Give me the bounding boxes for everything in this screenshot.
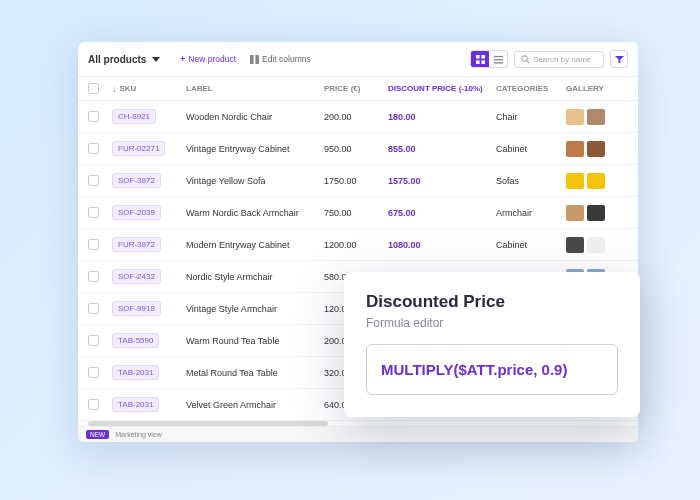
sku-badge[interactable]: TAB-2031 [112,365,159,380]
discount-price: 1080.00 [388,240,421,250]
select-all-checkbox[interactable] [88,83,99,94]
discount-price: 675.00 [388,208,416,218]
gallery-thumbnail[interactable] [566,205,584,221]
gallery-thumbnail[interactable] [566,173,584,189]
gallery-thumbnail[interactable] [566,141,584,157]
table-row[interactable]: CH-8921Wooden Nordic Chair200.00180.00Ch… [78,101,638,133]
table-row[interactable]: SOF-3872Vintage Yellow Sofa1750.001575.0… [78,165,638,197]
header-gallery[interactable]: GALLERY [566,84,626,93]
row-checkbox[interactable] [88,399,99,410]
gallery [566,141,626,157]
popup-title: Discounted Price [366,292,618,312]
table-row[interactable]: SOF-2039Warm Nordic Back Armchair750.006… [78,197,638,229]
gallery [566,205,626,221]
sku-badge[interactable]: SOF-2432 [112,269,161,284]
toolbar: All products + New product Edit columns … [78,42,638,77]
row-checkbox[interactable] [88,143,99,154]
svg-rect-6 [494,55,503,56]
sku-badge[interactable]: CH-8921 [112,109,156,124]
product-label: Vintage Yellow Sofa [186,176,324,186]
row-checkbox[interactable] [88,175,99,186]
dropdown-label: All products [88,54,146,65]
footer-bar: NEW Marketing view [78,426,638,442]
table-row[interactable]: FUR-3872Modern Entryway Cabinet1200.0010… [78,229,638,261]
gallery-thumbnail[interactable] [587,109,605,125]
header-price[interactable]: PRICE (€) [324,84,388,93]
products-filter-dropdown[interactable]: All products [88,54,170,65]
product-label: Wooden Nordic Chair [186,112,324,122]
row-checkbox[interactable] [88,271,99,282]
product-category: Chair [496,112,566,122]
product-category: Armchair [496,208,566,218]
gallery [566,109,626,125]
grid-view-button[interactable] [471,51,489,67]
plus-icon: + [180,54,185,64]
gallery-thumbnail[interactable] [587,141,605,157]
gallery [566,237,626,253]
gallery-thumbnail[interactable] [587,205,605,221]
header-sku[interactable]: ↓ SKU [112,84,186,94]
sku-badge[interactable]: TAB-5590 [112,333,159,348]
header-discount[interactable]: DISCOUNT PRICE (-10%) [388,84,496,93]
list-view-button[interactable] [489,51,507,67]
header-categories[interactable]: CATEGORIES [496,84,566,93]
sku-badge[interactable]: SOF-3872 [112,173,161,188]
product-price: 1200.00 [324,240,388,250]
formula-editor-popup: Discounted Price Formula editor MULTIPLY… [344,272,640,417]
gallery-thumbnail[interactable] [566,237,584,253]
product-price: 950.00 [324,144,388,154]
product-category: Sofas [496,176,566,186]
gallery-thumbnail[interactable] [587,237,605,253]
product-price: 200.00 [324,112,388,122]
popup-subtitle: Formula editor [366,316,618,330]
new-badge: NEW [86,430,109,439]
discount-price: 855.00 [388,144,416,154]
header-label[interactable]: LABEL [186,84,324,93]
product-label: Modern Entryway Cabinet [186,240,324,250]
formula-input[interactable]: MULTIPLY($ATT.price, 0.9) [366,344,618,395]
sku-badge[interactable]: TAB-2031 [112,397,159,412]
svg-line-10 [527,60,529,62]
view-toggle [470,50,508,68]
sort-icon: ↓ [112,84,117,94]
edit-columns-button[interactable]: Edit columns [246,51,315,67]
svg-rect-8 [494,62,503,63]
chevron-down-icon [152,57,160,62]
gallery-thumbnail[interactable] [566,109,584,125]
filter-icon [615,55,624,64]
product-price: 750.00 [324,208,388,218]
discount-price: 180.00 [388,112,416,122]
footer-view-label[interactable]: Marketing view [115,431,162,438]
svg-marker-11 [615,55,624,62]
svg-rect-3 [481,55,485,59]
row-checkbox[interactable] [88,335,99,346]
table-row[interactable]: FUR-02271Vintage Entryway Cabinet950.008… [78,133,638,165]
row-checkbox[interactable] [88,207,99,218]
discount-price: 1575.00 [388,176,421,186]
svg-point-9 [522,55,527,60]
svg-rect-1 [255,55,259,64]
gallery-thumbnail[interactable] [587,173,605,189]
row-checkbox[interactable] [88,303,99,314]
product-label: Warm Nordic Back Armchair [186,208,324,218]
search-input[interactable]: Search by name [514,51,604,68]
product-label: Warm Round Tea Table [186,336,324,346]
svg-rect-4 [476,60,480,64]
product-label: Nordic Style Armchair [186,272,324,282]
product-label: Velvet Green Armchair [186,400,324,410]
product-price: 1750.00 [324,176,388,186]
gallery [566,173,626,189]
row-checkbox[interactable] [88,367,99,378]
grid-icon [476,55,485,64]
columns-icon [250,55,259,64]
row-checkbox[interactable] [88,239,99,250]
new-product-button[interactable]: + New product [176,51,240,67]
filter-button[interactable] [610,50,628,68]
sku-badge[interactable]: FUR-02271 [112,141,165,156]
svg-rect-5 [481,60,485,64]
svg-rect-7 [494,59,503,60]
row-checkbox[interactable] [88,111,99,122]
sku-badge[interactable]: SOF-9918 [112,301,161,316]
sku-badge[interactable]: FUR-3872 [112,237,161,252]
sku-badge[interactable]: SOF-2039 [112,205,161,220]
